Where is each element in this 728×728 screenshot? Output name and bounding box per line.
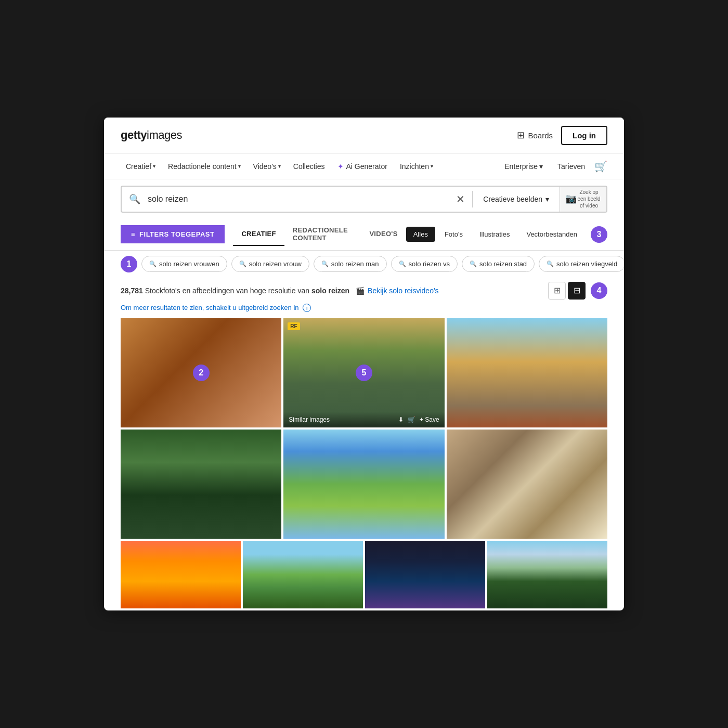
chevron-down-icon: ▾ (431, 163, 433, 169)
image-cell-4[interactable] (121, 430, 281, 539)
search-icon: 🔍 (399, 261, 406, 267)
image-cell-5[interactable] (283, 430, 444, 539)
type-fotos[interactable]: Foto's (437, 227, 470, 242)
nav-inzichten-label: Inzichten (400, 162, 429, 171)
chevron-down-icon: ▾ (545, 195, 549, 203)
login-button[interactable]: Log in (561, 126, 607, 145)
annotation-badge-1: 1 (121, 256, 137, 272)
search-icon: 🔍 (470, 261, 477, 267)
image-actions: Similar images ⬇ 🛒 + Save (283, 412, 444, 427)
image-cell-8[interactable] (243, 541, 363, 608)
suggestion-chip-6[interactable]: 🔍 solo reizen vliegveld (539, 256, 624, 272)
search-icon: 🔍 (547, 261, 554, 267)
nav-ai-generator[interactable]: ✦ Ai Generator (332, 159, 393, 174)
tarieven-button[interactable]: Tarieven (552, 159, 590, 174)
results-query: solo reizen (311, 287, 349, 295)
suggestion-label: solo reizen vrouw (249, 260, 302, 268)
annotation-badge-3: 3 (591, 226, 607, 243)
image-cell-3[interactable] (447, 318, 607, 427)
star-icon: ✦ (337, 162, 344, 171)
nav-collecties[interactable]: Collecties (288, 159, 330, 174)
visual-search-button[interactable]: 📷 Zoek op een beeld of video (560, 187, 606, 212)
boards-icon: ⊞ (517, 129, 525, 141)
image-cell-7[interactable] (121, 541, 241, 608)
enterprise-label: Enterprise (504, 162, 538, 171)
type-vectorbestanden[interactable]: Vectorbestanden (519, 227, 584, 242)
mosaic-view-button[interactable]: ⊟ (568, 282, 586, 300)
tab-videos[interactable]: VIDEO'S (361, 223, 406, 246)
save-button[interactable]: + Save (420, 416, 439, 423)
chevron-down-icon: ▾ (238, 163, 241, 169)
header-right: ⊞ Boards Log in (517, 126, 607, 145)
search-bar: 🔍 ✕ Creatieve beelden ▾ 📷 Zoek op een be… (121, 186, 607, 213)
filters-applied-label: FILTERS TOEGEPAST (139, 230, 214, 238)
grid-view-button[interactable]: ⊞ (548, 282, 566, 300)
nav-creatief-label: Creatief (126, 162, 151, 171)
content-tabs: CREATIEF REDACTIONELE CONTENT VIDEO'S (233, 219, 406, 250)
suggestion-label: solo reizen stad (479, 260, 527, 268)
image-cell-10[interactable] (487, 541, 607, 608)
chevron-down-icon: ▾ (539, 162, 543, 171)
download-button[interactable]: ⬇ (398, 416, 404, 423)
search-section: 🔍 ✕ Creatieve beelden ▾ 📷 Zoek op een be… (104, 179, 624, 219)
tab-creatief[interactable]: CREATIEF (233, 223, 284, 246)
enterprise-button[interactable]: Enterprise ▾ (499, 159, 548, 174)
image-cell-6[interactable] (447, 430, 607, 539)
type-filters: Alles Foto's Illustraties Vectorbestande… (406, 226, 607, 243)
boards-label: Boards (528, 131, 553, 140)
image-grid-row3 (104, 540, 624, 610)
suggestion-chip-2[interactable]: 🔍 solo reizen vrouw (231, 256, 309, 272)
video-link[interactable]: 🎬 Bekijk solo reisvideo's (356, 287, 439, 295)
search-icon: 🔍 (122, 193, 148, 205)
logo: gettyimages (121, 128, 182, 142)
search-type-label: Creatieve beelden (483, 195, 542, 203)
annotation-badge-2: 2 (193, 365, 210, 381)
filter-tabs-bar: ≡ FILTERS TOEGEPAST CREATIEF REDACTIONEL… (104, 219, 624, 251)
count-number: 28,781 (121, 287, 143, 295)
nav-redactionele[interactable]: Redactionele content ▾ (163, 159, 246, 174)
tab-redactionele[interactable]: REDACTIONELE CONTENT (284, 219, 361, 250)
view-toggle: ⊞ ⊟ 4 (548, 282, 607, 300)
chevron-down-icon: ▾ (153, 163, 155, 169)
nav-collecties-label: Collecties (293, 162, 325, 171)
nav-creatief[interactable]: Creatief ▾ (121, 159, 161, 174)
suggestions-row: 1 🔍 solo reizen vrouwen 🔍 solo reizen vr… (104, 251, 624, 278)
image-cell-9[interactable] (365, 541, 485, 608)
rf-badge: RF (288, 322, 300, 330)
suggestion-chip-1[interactable]: 🔍 solo reizen vrouwen (141, 256, 227, 272)
filters-applied-button[interactable]: ≡ FILTERS TOEGEPAST (121, 225, 225, 243)
suggestion-label: solo reizen vrouwen (159, 260, 219, 268)
suggestion-chip-3[interactable]: 🔍 solo reizen man (314, 256, 387, 272)
boards-button[interactable]: ⊞ Boards (517, 129, 553, 141)
image-cell-2[interactable]: RF Similar images ⬇ 🛒 + Save 5 (283, 318, 444, 427)
search-icon: 🔍 (149, 261, 157, 267)
chevron-down-icon: ▾ (278, 163, 281, 169)
action-buttons: ⬇ 🛒 + Save (398, 416, 439, 423)
results-description: Stockfoto's en afbeeldingen van hoge res… (145, 287, 309, 295)
header: gettyimages ⊞ Boards Log in (104, 118, 624, 154)
add-to-cart-button[interactable]: 🛒 (408, 416, 415, 423)
cart-icon[interactable]: 🛒 (594, 160, 607, 173)
search-icon: 🔍 (321, 261, 329, 267)
search-type-dropdown[interactable]: Creatieve beelden ▾ (473, 195, 560, 203)
nav-videos[interactable]: Video's ▾ (248, 159, 286, 174)
nav-redactionele-label: Redactionele content (168, 162, 237, 171)
nav-right: Enterprise ▾ Tarieven 🛒 (499, 159, 607, 174)
suggestion-chip-5[interactable]: 🔍 solo reizen stad (462, 256, 535, 272)
video-link-label: Bekijk solo reisvideo's (368, 287, 439, 295)
type-illustraties[interactable]: Illustraties (472, 227, 517, 242)
filter-icon: ≡ (131, 230, 135, 238)
suggestion-chip-4[interactable]: 🔍 solo riezen vs (391, 256, 458, 272)
nav-inzichten[interactable]: Inzichten ▾ (395, 159, 438, 174)
annotation-badge-4: 4 (591, 282, 607, 299)
search-input[interactable] (148, 194, 449, 204)
similar-images-button[interactable]: Similar images (289, 416, 330, 423)
nav-videos-label: Video's (253, 162, 277, 171)
info-icon: i (303, 304, 311, 312)
results-info: 28,781 Stockfoto's en afbeeldingen van h… (104, 278, 624, 304)
video-icon: 🎬 (356, 287, 365, 295)
clear-search-button[interactable]: ✕ (449, 193, 472, 205)
image-cell-1[interactable]: 2 (121, 318, 281, 427)
type-alles[interactable]: Alles (406, 227, 435, 242)
search-icon: 🔍 (239, 261, 246, 267)
